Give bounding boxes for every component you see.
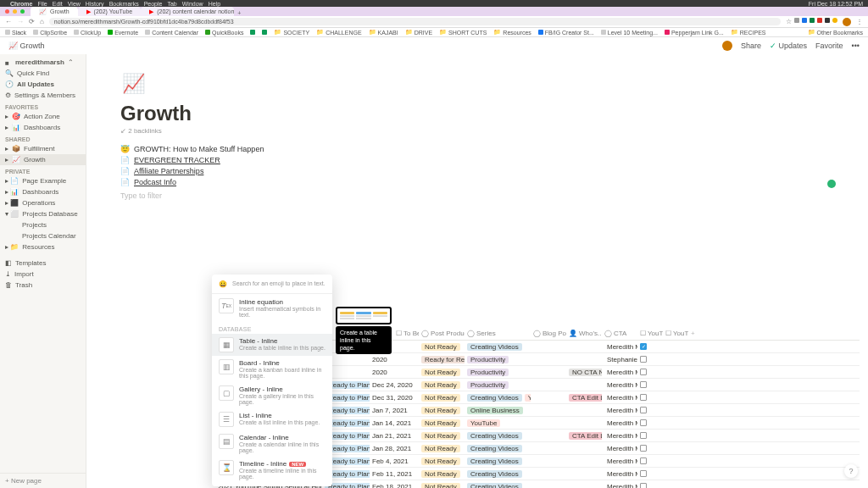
browser-tab-1[interactable]: ▶(202) YouTube (78, 7, 142, 16)
bookmark[interactable]: Level 10 Meeting... (601, 30, 658, 36)
bookmark-folder[interactable]: 📁SHORT CUTS (439, 29, 487, 36)
cell-blog[interactable] (531, 435, 566, 436)
cell-series[interactable]: Creating Videos (465, 469, 531, 479)
cell-blog[interactable] (531, 346, 566, 347)
cell-who[interactable]: Meredith M (602, 419, 637, 428)
cell-cta[interactable] (566, 384, 602, 385)
cell-blog[interactable] (531, 371, 566, 373)
sidebar-item[interactable]: ▸ 📊Dashboards (0, 122, 86, 133)
page-link[interactable]: 📄EVERGREEN TRACKER (120, 156, 680, 164)
sidebar-item[interactable]: ▸ 📦Fulfillment (0, 143, 86, 154)
cell-post-production[interactable]: Not Ready (419, 469, 465, 479)
quick-find[interactable]: 🔍Quick Find (0, 68, 86, 79)
address-bar[interactable]: notion.so/meredithmarsh/Growth-cdf910bfd… (49, 18, 781, 25)
cell-checkbox[interactable] (637, 368, 663, 376)
cell-checkbox[interactable] (637, 380, 663, 389)
cell-cta[interactable] (566, 447, 602, 449)
col-who[interactable]: 👤 Who's... (566, 329, 602, 338)
cell-blog[interactable] (531, 485, 566, 487)
cell-cta[interactable] (566, 422, 602, 424)
cell-checkbox[interactable] (637, 419, 663, 427)
sidebar-item-growth[interactable]: ▸ 📈Growth (0, 154, 86, 165)
page-icon[interactable]: 📈 (120, 71, 146, 97)
chrome-menu[interactable]: ⋮ (856, 18, 863, 25)
cell-checkbox[interactable] (637, 355, 663, 363)
help-button[interactable]: ? (844, 464, 858, 478)
new-tab-button[interactable]: + (234, 10, 244, 16)
window-controls[interactable] (5, 9, 25, 14)
cell-post-production[interactable]: Ready for Review (419, 355, 465, 364)
import[interactable]: ⤓ Import (0, 269, 86, 280)
cell-date[interactable]: Feb 11, 2021 (370, 469, 419, 479)
cell-series[interactable]: Productivity (465, 355, 531, 364)
cell-who[interactable]: Meredith M (602, 431, 637, 441)
cell-post-production[interactable]: Not Ready (419, 406, 465, 415)
updates-button[interactable]: ✓ Updates (770, 42, 807, 50)
all-updates[interactable]: 🕐All Updates (0, 79, 86, 90)
share-button[interactable]: Share (741, 42, 761, 50)
user-avatar[interactable] (722, 41, 732, 51)
page-link[interactable]: 📄Affiliate Partnerships (120, 167, 680, 175)
add-column[interactable]: + (688, 329, 698, 338)
forward-button[interactable]: → (17, 18, 24, 25)
bookmark[interactable]: QuickBooks (205, 30, 243, 36)
sidebar-item[interactable]: ▸ 📁Resources (0, 241, 86, 252)
cell-post-production[interactable]: Not Ready (419, 419, 465, 428)
menu-inline-equation[interactable]: TEX Inline equationInsert mathematical s… (212, 294, 332, 322)
sidebar-item[interactable]: ▸ 🎯Action Zone (0, 111, 86, 122)
cell-cta[interactable] (566, 346, 602, 347)
cell-cta[interactable] (566, 409, 602, 411)
favorite-button[interactable]: Favorite (815, 42, 843, 50)
col-blog[interactable]: ◯ Blog Po... (531, 329, 566, 338)
cell-post-production[interactable]: Not Ready (419, 457, 465, 466)
cell-date[interactable]: 2020 (370, 368, 419, 377)
cell-blog[interactable] (531, 358, 566, 360)
browser-tab-0[interactable]: 📈Growth (31, 7, 78, 16)
breadcrumb[interactable]: 📈 Growth (8, 42, 45, 50)
cell-who[interactable]: Meredith M (602, 342, 637, 352)
cell-series[interactable]: Creating Videos (465, 444, 531, 453)
cell-date[interactable]: Jan 14, 2021 (370, 419, 419, 428)
cell-series[interactable]: Productivity (465, 380, 531, 390)
sidebar-item[interactable]: ▸ ⬛Operations (0, 197, 86, 208)
bookmark[interactable] (262, 30, 267, 35)
cell-blog[interactable] (531, 409, 566, 411)
cell-post-production[interactable]: Not Ready (419, 380, 465, 390)
bookmark[interactable] (250, 30, 255, 35)
cell-series[interactable]: Creating Videos (465, 342, 531, 352)
cell-checkbox[interactable] (637, 469, 663, 478)
cell-who[interactable]: Meredith M (602, 457, 637, 466)
bookmark[interactable]: Evernote (108, 30, 138, 36)
cell-date[interactable]: Dec 24, 2020 (370, 380, 419, 390)
browser-tab-2[interactable]: ▶(202) content calendar notion (141, 7, 234, 16)
cell-date[interactable]: Jan 7, 2021 (370, 406, 419, 415)
new-page-button[interactable]: + New page (0, 473, 86, 488)
cell-cta[interactable] (566, 460, 602, 462)
bookmark[interactable]: Content Calendar (145, 30, 198, 36)
sidebar-subitem[interactable]: Projects Calendar (0, 230, 86, 241)
sidebar-item[interactable]: ▸ 📄Page Example (0, 175, 86, 186)
cell-series[interactable]: Creating Videos (465, 482, 531, 489)
cell-blog[interactable] (531, 473, 566, 474)
cell-blog[interactable] (531, 460, 566, 462)
cell-checkbox[interactable] (637, 406, 663, 414)
cell-blog[interactable] (531, 384, 566, 385)
bookmark-folder[interactable]: 📁DRIVE (405, 29, 432, 36)
cell-cta[interactable] (566, 485, 602, 487)
cell-cta[interactable]: CTA Edit Like (566, 431, 602, 441)
bookmark[interactable]: ClipScribe (33, 30, 67, 36)
cell-date[interactable]: Feb 18, 2021 (370, 482, 419, 489)
grammarly-icon[interactable] (827, 180, 836, 188)
home-button[interactable]: ⌂ (40, 18, 44, 25)
cell-blog[interactable] (531, 447, 566, 449)
extensions-area[interactable]: ☆ (786, 18, 837, 25)
cell-post-production[interactable]: Not Ready (419, 342, 465, 352)
cell-checkbox[interactable] (637, 444, 663, 452)
cell-who[interactable]: Meredith M (602, 482, 637, 489)
cell-who[interactable]: Meredith M (602, 406, 637, 415)
col-series[interactable]: ◯ Series (465, 329, 531, 338)
cell-blog[interactable] (531, 396, 566, 398)
cell-who[interactable]: Meredith M (602, 368, 637, 377)
menu-calendar-inline[interactable]: ▤ Calendar - InlineCreate a calendar inl… (212, 430, 332, 457)
cell-who[interactable]: Stephanie (602, 355, 637, 364)
